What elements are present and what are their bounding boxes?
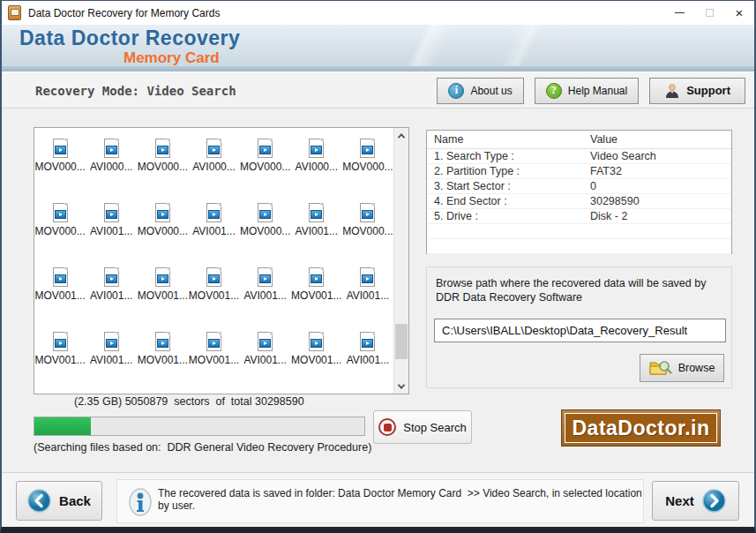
file-name: MOV000... — [342, 225, 393, 237]
help-manual-button[interactable]: ? Help Manual — [535, 78, 639, 104]
file-item[interactable]: MOV000... — [240, 139, 291, 203]
row-name: 1. Search Type : — [427, 150, 583, 162]
file-item[interactable]: AVI000... — [86, 139, 137, 203]
video-file-icon — [258, 267, 273, 287]
video-file-icon — [53, 267, 68, 287]
file-item[interactable]: MOV000... — [342, 139, 393, 203]
footer-bar: Back The recovered data is saved in fold… — [2, 472, 754, 527]
row-value: Disk - 2 — [583, 210, 731, 222]
file-item[interactable]: MOV000... — [240, 203, 291, 267]
back-button[interactable]: Back — [16, 481, 102, 521]
file-name: AVI001... — [90, 289, 132, 302]
file-name: MOV000... — [34, 225, 85, 237]
file-item[interactable]: MOV001... — [137, 267, 188, 332]
video-file-icon — [206, 332, 221, 351]
progress-bar-fill — [34, 417, 91, 435]
minimize-button[interactable] — [664, 1, 694, 25]
file-item[interactable]: MOV000... — [34, 203, 86, 267]
file-name: MOV000... — [34, 161, 85, 173]
support-label: Support — [686, 84, 730, 97]
scrollbar-thumb[interactable] — [395, 324, 408, 359]
title-bar: Data Doctor Recovery for Memory Cards × — [2, 1, 754, 25]
maximize-button[interactable] — [694, 1, 724, 25]
file-item[interactable]: MOV000... — [34, 139, 86, 203]
save-path-input[interactable] — [434, 319, 726, 342]
file-item[interactable]: AVI001... — [86, 332, 137, 394]
file-item[interactable]: AVI001... — [86, 267, 137, 332]
file-item[interactable]: AVI001... — [240, 332, 291, 394]
file-item[interactable]: MOV001... — [34, 332, 86, 394]
row-value: FAT32 — [583, 165, 731, 177]
file-item[interactable]: AVI000... — [291, 139, 342, 203]
file-item[interactable]: MOV001... — [291, 267, 342, 332]
close-button[interactable]: × — [724, 1, 754, 25]
header-strip — [2, 66, 754, 73]
file-item[interactable]: AVI001... — [188, 203, 239, 267]
info-icon: i — [448, 83, 464, 99]
about-us-label: About us — [470, 85, 512, 97]
file-item[interactable]: MOV001... — [188, 332, 239, 394]
video-file-icon — [360, 267, 375, 287]
file-name: AVI001... — [296, 225, 338, 237]
video-file-icon — [155, 139, 170, 158]
file-name: MOV001... — [34, 289, 85, 302]
file-name: MOV001... — [189, 289, 239, 302]
video-file-icon — [206, 267, 221, 287]
file-item[interactable]: AVI001... — [342, 332, 393, 394]
video-file-icon — [309, 267, 324, 287]
video-file-icon — [309, 332, 324, 351]
video-file-icon — [155, 332, 170, 351]
video-file-icon — [104, 139, 119, 158]
file-name: AVI000... — [90, 161, 132, 173]
video-file-icon — [309, 203, 324, 222]
mode-toolbar: Recovery Mode: Video Search i About us ?… — [2, 73, 754, 109]
stop-search-button[interactable]: Stop Search — [373, 410, 472, 444]
file-item[interactable]: AVI001... — [342, 267, 393, 332]
scroll-up-button[interactable] — [394, 128, 408, 143]
file-list-scrollbar[interactable] — [393, 128, 408, 394]
file-name: MOV001... — [138, 289, 188, 302]
maximize-icon — [706, 9, 714, 17]
file-item[interactable]: MOV001... — [188, 267, 239, 332]
file-item[interactable]: MOV001... — [291, 332, 342, 394]
window-title: Data Doctor Recovery for Memory Cards — [28, 7, 664, 19]
stop-icon — [378, 418, 396, 436]
video-file-icon — [155, 267, 170, 287]
file-item[interactable]: AVI001... — [86, 203, 137, 267]
file-name: MOV001... — [34, 354, 85, 366]
file-item[interactable]: MOV000... — [137, 203, 188, 267]
file-grid: MOV000... AVI000... MOV000... AVI000... … — [34, 128, 393, 394]
file-name: AVI001... — [243, 289, 286, 302]
status-info-text: The recovered data is saved in folder: D… — [158, 487, 643, 512]
video-file-icon — [104, 332, 119, 351]
next-label: Next — [665, 493, 694, 508]
recovered-files-panel: MOV000... AVI000... MOV000... AVI000... … — [34, 127, 409, 394]
video-file-icon — [258, 139, 273, 158]
scrollbar-track[interactable] — [394, 143, 408, 379]
row-value: Video Search — [583, 150, 731, 162]
support-button[interactable]: Support — [649, 78, 745, 104]
file-item[interactable]: MOV001... — [137, 332, 188, 394]
app-window: Data Doctor Recovery for Memory Cards × … — [0, 0, 756, 533]
next-button[interactable]: Next — [652, 481, 739, 521]
file-item[interactable]: AVI000... — [188, 139, 239, 203]
file-item[interactable]: AVI001... — [291, 203, 342, 267]
file-item[interactable]: AVI001... — [240, 267, 291, 332]
table-row: 2. Partition Type :FAT32 — [427, 164, 731, 179]
row-value: 30298590 — [583, 195, 731, 207]
video-file-icon — [104, 203, 119, 222]
browse-button[interactable]: Browse — [640, 354, 724, 382]
video-file-icon — [53, 203, 68, 222]
arrow-left-icon — [27, 489, 51, 513]
scroll-down-button[interactable] — [394, 379, 408, 394]
file-item[interactable]: MOV000... — [137, 139, 188, 203]
video-file-icon — [53, 139, 68, 158]
status-info-panel: The recovered data is saved in folder: D… — [116, 479, 644, 523]
recovery-mode-label: Recovery Mode: Video Search — [35, 84, 426, 98]
file-item[interactable]: MOV001... — [34, 267, 86, 332]
stop-search-label: Stop Search — [403, 421, 467, 434]
chevron-down-icon — [398, 381, 405, 388]
about-us-button[interactable]: i About us — [437, 78, 523, 104]
file-item[interactable]: MOV000... — [342, 203, 393, 267]
main-content: MOV000... AVI000... MOV000... AVI000... … — [2, 109, 754, 470]
